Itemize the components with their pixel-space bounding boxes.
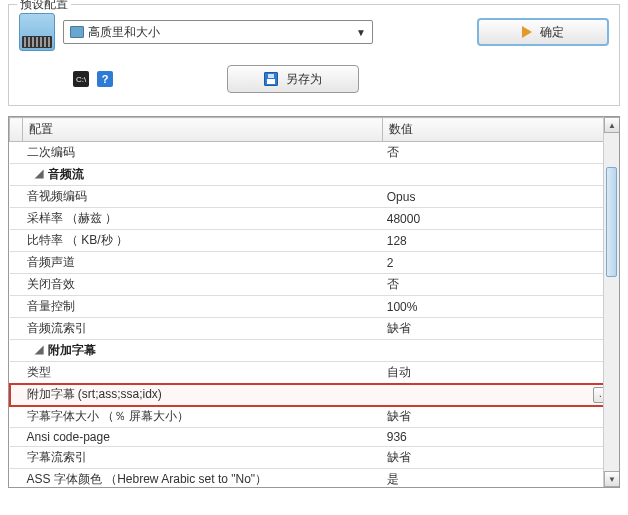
- property-name: 附加字幕: [48, 343, 96, 357]
- property-row[interactable]: 关闭音效否: [10, 274, 619, 296]
- property-name: 音频流: [48, 167, 84, 181]
- property-name: Ansi code-page: [27, 430, 110, 444]
- property-name: 附加字幕 (srt;ass;ssa;idx): [27, 387, 162, 401]
- property-name: 比特率 （ KB/秒 ）: [27, 233, 128, 247]
- property-row[interactable]: 音频流索引缺省: [10, 318, 619, 340]
- property-value: 缺省: [387, 409, 411, 423]
- property-value: 自动: [387, 365, 411, 379]
- arrow-right-icon: [522, 26, 532, 38]
- property-value: 缺省: [387, 450, 411, 464]
- property-row[interactable]: 字幕流索引缺省: [10, 447, 619, 469]
- property-row[interactable]: 二次编码否: [10, 142, 619, 164]
- property-name: 音频流索引: [27, 321, 87, 335]
- property-value: 936: [387, 430, 407, 444]
- property-row[interactable]: 音频声道2: [10, 252, 619, 274]
- property-row[interactable]: 音视频编码Opus: [10, 186, 619, 208]
- property-row[interactable]: 字幕字体大小 （％ 屏幕大小）缺省: [10, 406, 619, 428]
- property-row[interactable]: Ansi code-page936: [10, 428, 619, 447]
- scroll-up-button[interactable]: ▲: [604, 117, 620, 133]
- property-value: Opus: [387, 190, 416, 204]
- property-row[interactable]: 采样率 （赫兹 ）48000: [10, 208, 619, 230]
- property-name: 类型: [27, 365, 51, 379]
- property-row[interactable]: ASS 字体颜色 （Hebrew Arabic set to "No"）是: [10, 469, 619, 489]
- property-row[interactable]: 类型自动: [10, 362, 619, 384]
- save-as-button[interactable]: 另存为: [227, 65, 359, 93]
- property-name: 二次编码: [27, 145, 75, 159]
- save-as-button-label: 另存为: [286, 71, 322, 88]
- property-name: 字幕字体大小 （％ 屏幕大小）: [27, 409, 190, 423]
- vertical-scrollbar[interactable]: ▲ ▼: [603, 117, 619, 487]
- property-value: 缺省: [387, 321, 411, 335]
- property-name: 采样率 （赫兹 ）: [27, 211, 118, 225]
- column-config[interactable]: 配置: [23, 118, 383, 142]
- property-value: 128: [387, 234, 407, 248]
- property-value: 48000: [387, 212, 420, 226]
- property-value: 2: [387, 256, 394, 270]
- preset-select[interactable]: 高质里和大小 ▼: [63, 20, 373, 44]
- property-value: 100%: [387, 300, 418, 314]
- column-value[interactable]: 数值: [383, 118, 619, 142]
- property-row[interactable]: 音量控制100%: [10, 296, 619, 318]
- property-name: 字幕流索引: [27, 450, 87, 464]
- property-group-row[interactable]: ◢附加字幕: [10, 340, 619, 362]
- preset-legend: 预设配置: [17, 0, 71, 13]
- floppy-disk-icon: [264, 72, 278, 86]
- property-grid: 配置 数值 二次编码否◢音频流音视频编码Opus采样率 （赫兹 ）48000比特…: [8, 116, 620, 488]
- preset-selected-label: 高质里和大小: [88, 24, 160, 41]
- chevron-down-icon: ▼: [356, 27, 366, 38]
- video-profile-icon: [19, 13, 55, 51]
- property-name: 音频声道: [27, 255, 75, 269]
- property-row[interactable]: 比特率 （ KB/秒 ）128: [10, 230, 619, 252]
- property-name: 音量控制: [27, 299, 75, 313]
- collapse-icon[interactable]: ◢: [35, 170, 44, 179]
- scroll-down-button[interactable]: ▼: [604, 471, 620, 487]
- property-group-row[interactable]: ◢音频流: [10, 164, 619, 186]
- collapse-icon[interactable]: ◢: [35, 346, 44, 355]
- film-strip-icon: [70, 26, 84, 38]
- property-value: 是: [387, 472, 399, 486]
- property-name: 关闭音效: [27, 277, 75, 291]
- property-name: 音视频编码: [27, 189, 87, 203]
- property-row[interactable]: 附加字幕 (srt;ass;ssa;idx)…: [10, 384, 619, 406]
- property-name: ASS 字体颜色 （Hebrew Arabic set to "No"）: [27, 472, 268, 486]
- preset-fieldset: 预设配置 高质里和大小 ▼ 确定 C:\ ? 另存为: [8, 4, 620, 106]
- property-value: 否: [387, 277, 399, 291]
- ok-button-label: 确定: [540, 24, 564, 41]
- terminal-icon[interactable]: C:\: [73, 71, 89, 87]
- scroll-thumb[interactable]: [606, 167, 617, 277]
- help-icon[interactable]: ?: [97, 71, 113, 87]
- ok-button[interactable]: 确定: [477, 18, 609, 46]
- property-value: 否: [387, 145, 399, 159]
